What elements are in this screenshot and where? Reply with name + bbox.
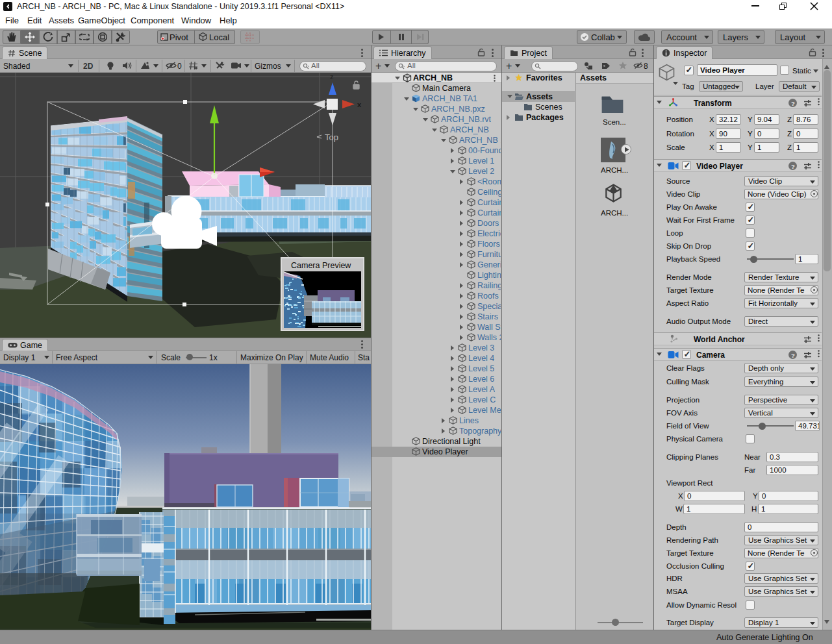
svg-text:x: x	[357, 101, 362, 108]
svg-text:z: z	[330, 73, 334, 80]
svg-text:Top: Top	[325, 132, 338, 142]
svg-text:Camera Preview: Camera Preview	[291, 261, 351, 270]
